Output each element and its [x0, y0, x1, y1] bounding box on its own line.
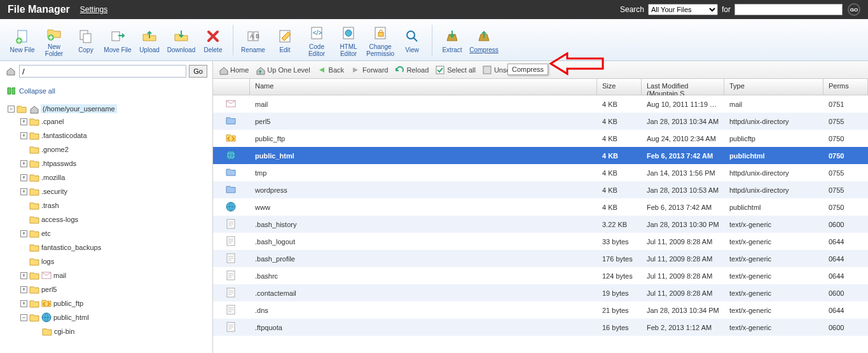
folder-icon	[29, 117, 39, 126]
tree-item[interactable]: cgi-bin	[33, 326, 210, 337]
nav-back[interactable]: Back	[317, 65, 344, 75]
col-size[interactable]: Size	[597, 79, 642, 95]
file-modified: Jul 11, 2009 8:28 AM	[642, 255, 724, 263]
tree-toggle-icon[interactable]: +	[20, 286, 27, 293]
tree-item[interactable]: fantastico_backups	[20, 242, 210, 253]
change-permission-button[interactable]: Change Permissio	[364, 23, 396, 57]
tree-item[interactable]: .trash	[20, 200, 210, 211]
tree-item[interactable]: +.mozilla	[20, 172, 210, 183]
file-row[interactable]: public_ftp4 KBAug 24, 2010 2:34 AMpublic…	[213, 130, 868, 147]
file-modified: Aug 10, 2011 11:19 PM	[642, 100, 724, 108]
file-row[interactable]: .bashrc124 bytesJul 11, 2009 8:28 AMtext…	[213, 267, 868, 284]
view-button[interactable]: View	[396, 26, 428, 53]
file-name: perl5	[250, 118, 597, 125]
tree-item[interactable]: +etc	[20, 228, 210, 239]
col-modified[interactable]: Last Modified (Mountain S	[642, 79, 724, 95]
tree-item[interactable]: +.cpanel	[20, 116, 210, 127]
tree-toggle-icon[interactable]: +	[20, 230, 27, 237]
tree-item[interactable]: +.fantasticodata	[20, 130, 210, 141]
tree-item[interactable]: +mail	[20, 270, 210, 281]
tree-item[interactable]: +.security	[20, 186, 210, 197]
file-row[interactable]: .ftpquota16 bytesFeb 2, 2013 1:12 AMtext…	[213, 319, 868, 336]
tree-item[interactable]: +public_ftp	[20, 298, 210, 309]
nav-home[interactable]: Home	[218, 65, 249, 75]
code-editor-button[interactable]: Code Editor	[301, 23, 333, 57]
search-label: Search	[620, 5, 644, 14]
file-row[interactable]: .bash_logout33 bytesJul 11, 2009 8:28 AM…	[213, 233, 868, 250]
edit-button[interactable]: Edit	[269, 26, 301, 53]
file-type: text/x-generic	[724, 272, 823, 280]
file-row[interactable]: .bash_profile176 bytesJul 11, 2009 8:28 …	[213, 250, 868, 267]
code-icon	[308, 24, 326, 42]
tree-item[interactable]: −public_html	[20, 312, 210, 323]
tree-item[interactable]: .gnome2	[20, 144, 210, 155]
globe-icon	[226, 202, 237, 213]
path-input[interactable]	[19, 65, 186, 78]
tree-toggle-icon[interactable]: −	[20, 314, 27, 321]
file-perms: 0600	[823, 221, 868, 228]
tree-toggle-icon[interactable]: +	[20, 174, 27, 181]
tree-toggle-icon[interactable]: −	[8, 106, 15, 113]
nav-reload[interactable]: Reload	[394, 65, 429, 75]
uncheck-icon	[482, 65, 492, 75]
tree-toggle-icon[interactable]: +	[20, 132, 27, 139]
tree-item[interactable]: +.htpasswds	[20, 158, 210, 169]
col-name[interactable]: Name	[250, 79, 597, 95]
html-editor-button[interactable]: HTML Editor	[333, 23, 364, 57]
file-row[interactable]: mail4 KBAug 10, 2011 11:19 PMmail0751	[213, 95, 868, 113]
file-size: 4 KB	[597, 100, 642, 108]
mail-icon	[226, 99, 237, 110]
search-input[interactable]	[734, 4, 843, 15]
compress-button[interactable]: Compress	[468, 26, 500, 53]
copy-button[interactable]: Copy	[70, 26, 102, 53]
file-row[interactable]: www4 KBFeb 6, 2013 7:42 AMpublichtml0750	[213, 198, 868, 216]
file-type: text/x-generic	[724, 238, 823, 246]
file-row[interactable]: wordpress4 KBJan 28, 2013 10:53 AMhttpd/…	[213, 181, 868, 198]
download-button[interactable]: Download	[165, 26, 197, 53]
tree-toggle-icon[interactable]: +	[20, 300, 27, 307]
tree-item-label: mail	[53, 272, 66, 279]
tree-item[interactable]: logs	[20, 256, 210, 267]
tree-item-label: cgi-bin	[54, 328, 74, 335]
tree-toggle-icon[interactable]: +	[20, 272, 27, 279]
file-perms: 0751	[823, 100, 868, 108]
file-row[interactable]: .bash_history3.22 KBJan 28, 2013 10:30 P…	[213, 216, 868, 233]
file-row[interactable]: tmp4 KBJan 14, 2013 1:56 PMhttpd/unix-di…	[213, 164, 868, 181]
file-icon	[226, 219, 237, 230]
file-size: 176 bytes	[597, 255, 642, 263]
file-row[interactable]: .dns21 bytesJan 28, 2013 10:34 PMtext/x-…	[213, 301, 868, 319]
left-panel: Go Collapse all − (/home/your_username +…	[0, 61, 213, 353]
delete-button[interactable]: Delete	[197, 26, 229, 53]
folder-icon	[29, 313, 39, 322]
new-folder-button[interactable]: New Folder	[38, 23, 70, 57]
collapse-all-button[interactable]: Collapse all	[0, 81, 212, 100]
file-name: www	[250, 204, 597, 211]
nav-select-all[interactable]: Select all	[435, 65, 476, 75]
home-icon	[29, 104, 39, 114]
nav-forward[interactable]: Forward	[350, 65, 388, 75]
file-row[interactable]: .contactemail19 bytesJul 11, 2009 8:28 A…	[213, 284, 868, 301]
file-row[interactable]: perl54 KBJan 28, 2013 10:34 AMhttpd/unix…	[213, 113, 868, 130]
path-go-button[interactable]: Go	[189, 65, 207, 78]
upload-button[interactable]: Upload	[134, 26, 165, 53]
file-size: 4 KB	[597, 169, 642, 177]
tree-toggle-icon[interactable]: +	[20, 118, 27, 125]
col-type[interactable]: Type	[724, 79, 823, 95]
file-name: mail	[250, 100, 597, 108]
settings-link[interactable]: Settings	[80, 5, 107, 14]
file-row[interactable]: public_html4 KBFeb 6, 2013 7:42 AMpublic…	[213, 147, 868, 164]
search-go-button[interactable]: GO	[848, 3, 860, 16]
nav-up[interactable]: Up One Level	[255, 65, 310, 75]
tree-item[interactable]: +perl5	[20, 284, 210, 295]
tree-root[interactable]: − (/home/your_username	[8, 103, 210, 114]
tree-item[interactable]: access-logs	[20, 214, 210, 225]
tree-toggle-icon[interactable]: +	[20, 188, 27, 195]
extract-button[interactable]: Extract	[436, 26, 468, 53]
tree-toggle-icon[interactable]: +	[20, 160, 27, 167]
move-file-button[interactable]: Move File	[102, 26, 134, 53]
home-icon[interactable]	[5, 66, 17, 77]
rename-button[interactable]: Rename	[237, 26, 269, 53]
new-file-button[interactable]: New File	[6, 26, 38, 53]
col-perms[interactable]: Perms	[823, 79, 868, 95]
search-scope-select[interactable]: All Your Files	[648, 4, 718, 15]
